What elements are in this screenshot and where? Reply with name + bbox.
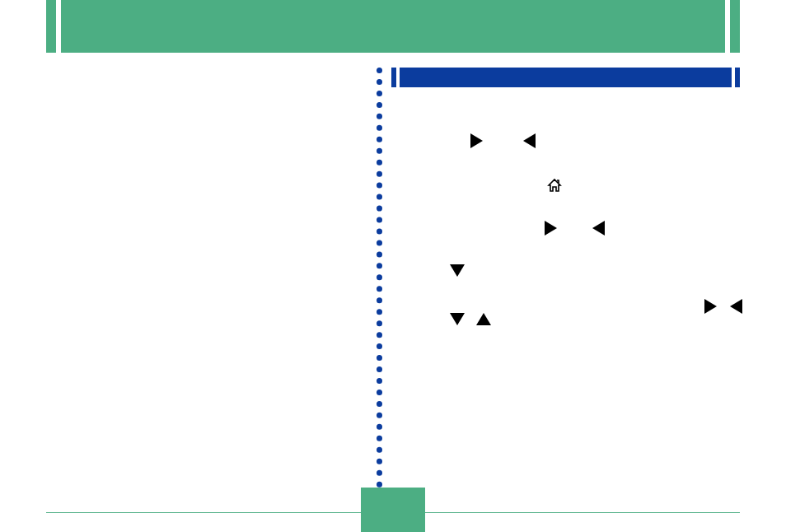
arrow-up-icon xyxy=(476,313,491,325)
arrow-down-icon xyxy=(450,264,465,277)
footer-accent xyxy=(361,525,425,532)
arrow-right-icon xyxy=(470,133,483,148)
footer-divider xyxy=(46,512,740,513)
header-stripe-left xyxy=(56,0,61,53)
arrow-left-icon xyxy=(523,133,536,148)
arrow-left-icon xyxy=(592,221,605,236)
arrow-right-icon xyxy=(704,299,717,314)
section-stripe-left xyxy=(396,68,400,87)
arrow-left-icon xyxy=(730,299,742,314)
footer-page-block xyxy=(361,488,425,525)
header-bar xyxy=(46,0,740,53)
house-icon xyxy=(546,177,563,194)
arrow-down-icon xyxy=(450,313,465,325)
arrow-right-icon xyxy=(545,221,557,236)
section-stripe-right xyxy=(732,68,735,87)
section-header-bar xyxy=(391,68,740,87)
vertical-divider xyxy=(377,68,382,488)
header-stripe-right xyxy=(725,0,730,53)
